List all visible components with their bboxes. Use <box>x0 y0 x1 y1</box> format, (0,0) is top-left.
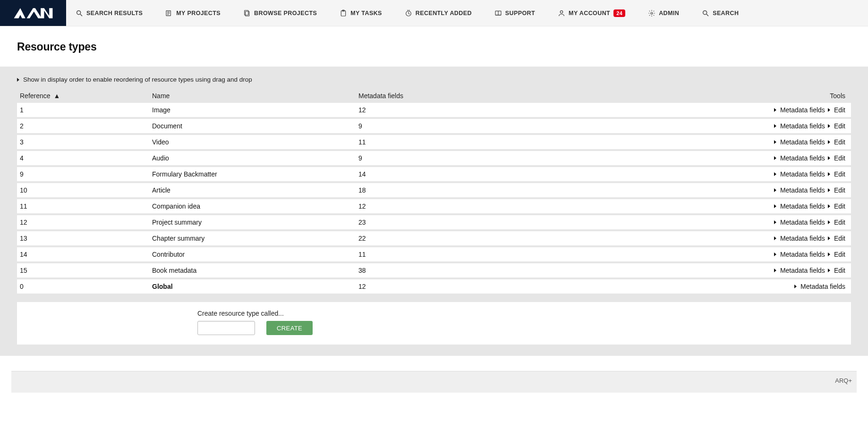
metadata-fields-link[interactable]: Metadata fields <box>774 202 825 210</box>
logo-icon <box>12 6 54 20</box>
clock-icon <box>405 9 412 17</box>
projects-icon <box>165 9 173 17</box>
nav-label: ADMIN <box>659 10 679 17</box>
metadata-fields-link[interactable]: Metadata fields <box>774 267 825 274</box>
edit-link[interactable]: Edit <box>828 170 845 178</box>
cell-tools: Metadata fieldsEdit <box>651 235 848 242</box>
cell-reference: 1 <box>20 106 152 114</box>
svg-line-14 <box>408 10 409 10</box>
metadata-fields-link[interactable]: Metadata fields <box>774 138 825 146</box>
page-header: Resource types <box>0 26 868 67</box>
logo[interactable] <box>0 0 66 26</box>
col-metadata[interactable]: Metadata fields <box>358 92 651 100</box>
metadata-fields-link[interactable]: Metadata fields <box>774 186 825 194</box>
cell-tools: Metadata fieldsEdit <box>651 218 848 226</box>
caret-right-icon <box>774 252 776 256</box>
col-reference[interactable]: Reference ▲ <box>20 92 152 100</box>
table-row: 0Global12Metadata fields <box>17 279 851 294</box>
edit-link[interactable]: Edit <box>828 251 845 258</box>
create-button[interactable]: CREATE <box>266 321 313 335</box>
table-row: 14Contributor11Metadata fieldsEdit <box>17 247 851 261</box>
nav-my-projects[interactable]: MY PROJECTS <box>165 9 221 17</box>
cell-reference: 12 <box>20 218 152 226</box>
support-icon <box>494 9 502 17</box>
cell-name: Book metadata <box>152 267 358 274</box>
cell-reference: 15 <box>20 267 152 274</box>
svg-point-19 <box>651 12 653 14</box>
metadata-fields-link[interactable]: Metadata fields <box>774 235 825 242</box>
caret-right-icon <box>774 204 776 208</box>
cell-tools: Metadata fieldsEdit <box>651 106 848 114</box>
cell-metadata-count: 22 <box>358 235 651 242</box>
caret-right-icon <box>17 78 19 82</box>
svg-line-13 <box>407 10 408 10</box>
metadata-fields-link[interactable]: Metadata fields <box>774 106 825 114</box>
nav-my-account[interactable]: MY ACCOUNT24 <box>558 9 625 17</box>
cell-reference: 9 <box>20 170 152 178</box>
cell-reference: 2 <box>20 122 152 130</box>
table-row: 3Video11Metadata fieldsEdit <box>17 135 851 149</box>
nav-my-tasks[interactable]: MY TASKS <box>340 9 382 17</box>
cell-metadata-count: 12 <box>358 106 651 114</box>
tasks-icon <box>340 9 347 17</box>
notification-badge: 24 <box>613 9 625 17</box>
cell-tools: Metadata fieldsEdit <box>651 186 848 194</box>
create-box: Create resource type called... CREATE <box>17 302 851 345</box>
edit-link[interactable]: Edit <box>828 186 845 194</box>
search-icon <box>702 9 709 17</box>
cell-tools: Metadata fieldsEdit <box>651 202 848 210</box>
cell-tools: Metadata fieldsEdit <box>651 122 848 130</box>
nav-browse-projects[interactable]: BROWSE PROJECTS <box>243 9 317 17</box>
cell-name: Companion idea <box>152 202 358 210</box>
metadata-fields-link[interactable]: Metadata fields <box>794 283 845 290</box>
table-row: 2Document9Metadata fieldsEdit <box>17 119 851 133</box>
cell-name: Contributor <box>152 251 358 258</box>
caret-right-icon <box>828 252 830 256</box>
nav-search-results[interactable]: SEARCH RESULTS <box>76 9 143 17</box>
cell-name: Image <box>152 106 358 114</box>
caret-right-icon <box>774 140 776 144</box>
nav-admin[interactable]: ADMIN <box>648 9 679 17</box>
table-row: 15Book metadata38Metadata fieldsEdit <box>17 263 851 277</box>
user-icon <box>558 9 565 17</box>
caret-right-icon <box>828 172 830 176</box>
nav-label: SEARCH RESULTS <box>86 10 143 17</box>
edit-link[interactable]: Edit <box>828 154 845 162</box>
cell-reference: 13 <box>20 235 152 242</box>
caret-right-icon <box>774 236 776 240</box>
edit-link[interactable]: Edit <box>828 267 845 274</box>
nav-support[interactable]: SUPPORT <box>494 9 535 17</box>
nav-search[interactable]: SEARCH <box>702 9 739 17</box>
caret-right-icon <box>828 124 830 128</box>
svg-point-20 <box>703 10 707 14</box>
reorder-hint-text: Show in display order to enable reorderi… <box>23 76 252 83</box>
caret-right-icon <box>828 188 830 192</box>
cell-name: Formulary Backmatter <box>152 170 358 178</box>
reorder-hint[interactable]: Show in display order to enable reorderi… <box>17 75 851 89</box>
nav-label: RECENTLY ADDED <box>416 10 472 17</box>
edit-link[interactable]: Edit <box>828 218 845 226</box>
metadata-fields-link[interactable]: Metadata fields <box>774 218 825 226</box>
cell-tools: Metadata fieldsEdit <box>651 251 848 258</box>
caret-right-icon <box>828 140 830 144</box>
cell-name: Global <box>152 283 358 290</box>
table-row: 1Image12Metadata fieldsEdit <box>17 103 851 117</box>
metadata-fields-link[interactable]: Metadata fields <box>774 154 825 162</box>
metadata-fields-link[interactable]: Metadata fields <box>774 251 825 258</box>
metadata-fields-link[interactable]: Metadata fields <box>774 122 825 130</box>
cell-metadata-count: 11 <box>358 251 651 258</box>
edit-link[interactable]: Edit <box>828 122 845 130</box>
create-name-input[interactable] <box>197 321 255 335</box>
edit-link[interactable]: Edit <box>828 106 845 114</box>
edit-link[interactable]: Edit <box>828 235 845 242</box>
nav-recently-added[interactable]: RECENTLY ADDED <box>405 9 472 17</box>
page-title: Resource types <box>17 41 851 53</box>
metadata-fields-link[interactable]: Metadata fields <box>774 170 825 178</box>
cell-name: Project summary <box>152 218 358 226</box>
edit-link[interactable]: Edit <box>828 138 845 146</box>
cell-tools: Metadata fieldsEdit <box>651 154 848 162</box>
cell-name: Audio <box>152 154 358 162</box>
gear-icon <box>648 9 655 17</box>
edit-link[interactable]: Edit <box>828 202 845 210</box>
col-name[interactable]: Name <box>152 92 358 100</box>
